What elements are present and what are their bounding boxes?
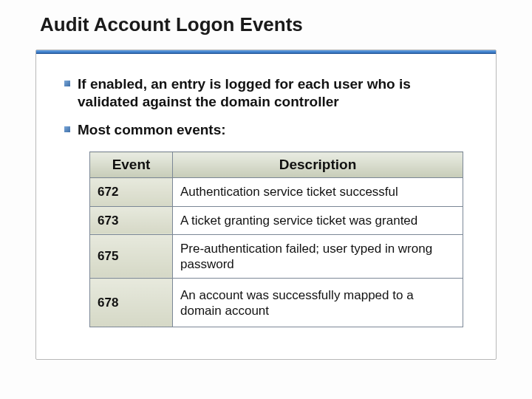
table-row: 675 Pre-authentication failed; user type… <box>90 234 463 279</box>
square-bullet-icon <box>64 126 70 132</box>
event-desc-cell: An account was successfully mapped to a … <box>173 279 463 327</box>
event-desc-cell: Authentication service ticket successful <box>173 178 463 206</box>
list-item: If enabled, an entry is logged for each … <box>64 75 468 111</box>
table-row: 673 A ticket granting service ticket was… <box>90 206 463 234</box>
event-desc-cell: Pre-authentication failed; user typed in… <box>173 234 463 279</box>
event-desc-cell: A ticket granting service ticket was gra… <box>173 206 463 234</box>
table-row: 678 An account was successfully mapped t… <box>90 279 463 327</box>
content-panel: If enabled, an entry is logged for each … <box>35 50 497 360</box>
event-id-cell: 673 <box>90 206 173 234</box>
square-bullet-icon <box>64 81 70 86</box>
panel-accent-bar <box>36 50 496 54</box>
event-id-cell: 678 <box>90 279 173 327</box>
page-title: Audit Account Logon Events <box>40 13 497 36</box>
table-header-row: Event Description <box>90 152 463 178</box>
event-id-cell: 675 <box>90 234 173 279</box>
event-id-cell: 672 <box>90 178 173 206</box>
col-header-description: Description <box>173 152 463 178</box>
bullet-text: Most common events: <box>78 121 226 139</box>
events-table-wrap: Event Description 672 Authentication ser… <box>89 151 463 327</box>
table-row: 672 Authentication service ticket succes… <box>90 178 463 206</box>
events-table: Event Description 672 Authentication ser… <box>89 151 463 327</box>
bullet-list: If enabled, an entry is logged for each … <box>64 75 468 138</box>
bullet-text: If enabled, an entry is logged for each … <box>78 75 468 111</box>
list-item: Most common events: <box>64 121 468 139</box>
slide: Audit Account Logon Events If enabled, a… <box>0 0 532 399</box>
col-header-event: Event <box>90 152 173 178</box>
